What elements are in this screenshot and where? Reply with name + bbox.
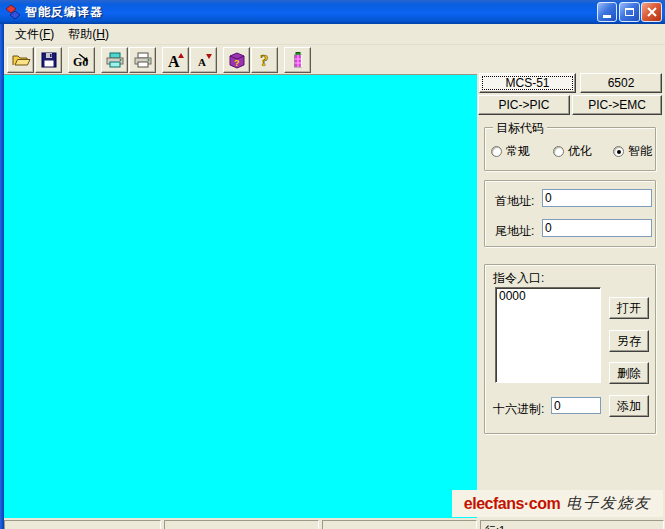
minimize-button[interactable] [597, 2, 617, 22]
title-bar: 智能反编译器 [0, 0, 665, 24]
go-arrow-icon: Go [71, 50, 93, 70]
target-code-group: 目标代码 常规 优化 智能 [484, 127, 656, 171]
start-address-input[interactable] [542, 189, 652, 207]
save-floppy-icon [39, 50, 59, 70]
instruction-entry-group: 指令入口: 0000 打开 另存 删除 添加 十六进制: [484, 264, 656, 434]
open-folder-icon [11, 50, 31, 70]
radio-smart[interactable]: 智能 [613, 143, 652, 160]
app-icon [5, 4, 21, 20]
font-increase-icon: A [166, 50, 186, 70]
font-decrease-button[interactable]: A [190, 47, 217, 73]
maximize-button[interactable] [619, 2, 640, 22]
maximize-icon [625, 8, 634, 16]
address-group: 首地址: 尾地址: [484, 180, 656, 247]
save-as-button[interactable]: 另存 [609, 330, 649, 352]
printer-icon [133, 50, 153, 70]
go-button[interactable]: Go [68, 47, 95, 73]
font-decrease-icon: A [194, 50, 214, 70]
radio-optimized-label: 优化 [568, 143, 592, 160]
status-panel-line: 行:1 [480, 520, 664, 529]
status-panel-3 [322, 520, 477, 529]
tab-mcs51[interactable]: MCS-51 [479, 73, 576, 93]
status-panel-1 [4, 520, 161, 529]
svg-text:?: ? [234, 58, 240, 68]
battery-icon [288, 50, 308, 70]
svg-text:A: A [198, 56, 206, 68]
svg-text:Go: Go [73, 55, 88, 69]
elecfans-watermark: elecfans·com 电子发烧友 [452, 490, 663, 517]
radio-optimized[interactable]: 优化 [553, 143, 592, 160]
add-button[interactable]: 添加 [609, 395, 649, 417]
decompile-output-area[interactable] [4, 74, 477, 519]
status-bar: 行:1 [4, 518, 665, 529]
battery-button[interactable] [284, 47, 311, 73]
question-mark-icon: ? [255, 50, 275, 70]
menu-bar: 文件(F) 帮助(H) [4, 24, 665, 45]
save-button[interactable] [35, 47, 62, 73]
tab-6502[interactable]: 6502 [580, 73, 662, 93]
help-button[interactable]: ? [251, 47, 278, 73]
print-setup-button[interactable] [101, 47, 128, 73]
watermark-brand: elecfans·com [464, 495, 560, 513]
menu-help[interactable]: 帮助(H) [61, 24, 116, 45]
help-book-icon: ? [227, 50, 247, 70]
radio-normal[interactable]: 常规 [491, 143, 530, 160]
menu-file[interactable]: 文件(F) [8, 24, 61, 45]
target-code-group-title: 目标代码 [493, 120, 547, 137]
svg-text:?: ? [260, 51, 269, 70]
target-code-options: 常规 优化 智能 [485, 143, 655, 163]
tab-pic-emc[interactable]: PIC->EMC [572, 95, 662, 115]
print-setup-icon [105, 50, 125, 70]
print-button[interactable] [129, 47, 156, 73]
toolbar: Go A [4, 45, 665, 74]
list-item[interactable]: 0000 [496, 288, 600, 304]
radio-normal-label: 常规 [506, 143, 530, 160]
hex-label: 十六进制: [493, 401, 544, 418]
open-button[interactable] [7, 47, 34, 73]
svg-text:A: A [168, 53, 180, 70]
end-address-label: 尾地址: [495, 223, 534, 240]
tab-pic-pic[interactable]: PIC->PIC [478, 95, 570, 115]
radio-smart-circle-icon [613, 146, 624, 157]
status-panel-2 [164, 520, 319, 529]
window-title: 智能反编译器 [25, 4, 103, 21]
font-increase-button[interactable]: A [162, 47, 189, 73]
control-panel: MCS-51 6502 PIC->PIC PIC->EMC 目标代码 常规 优化… [477, 73, 665, 519]
open-entry-button[interactable]: 打开 [609, 297, 649, 319]
radio-normal-circle-icon [491, 146, 502, 157]
start-address-label: 首地址: [495, 193, 534, 210]
entry-listbox[interactable]: 0000 [495, 287, 601, 383]
minimize-icon [603, 15, 611, 18]
radio-optimized-circle-icon [553, 146, 564, 157]
app-window: 智能反编译器 文件(F) 帮助(H) [0, 0, 665, 529]
radio-smart-label: 智能 [628, 143, 652, 160]
end-address-input[interactable] [542, 219, 652, 237]
watermark-chinese: 电子发烧友 [566, 494, 651, 513]
instruction-entry-label: 指令入口: [493, 270, 544, 287]
help-book-button[interactable]: ? [223, 47, 250, 73]
delete-button[interactable]: 删除 [609, 362, 649, 384]
close-button[interactable] [641, 2, 662, 22]
hex-input[interactable] [551, 397, 601, 414]
close-icon [647, 7, 657, 17]
